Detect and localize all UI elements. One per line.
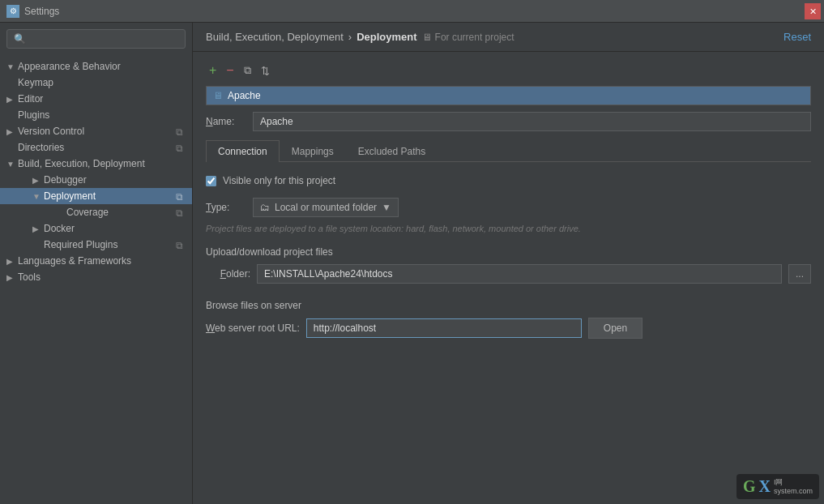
arrow-icon: ▶ [6,273,15,282]
sidebar-item-label: Coverage [66,207,109,218]
search-box[interactable]: 🔍 [6,29,186,49]
deploy-toolbar: + − ⧉ ⇅ [206,62,811,79]
sidebar-item-label: Directories [18,142,64,153]
sidebar-item-required-plugins[interactable]: Required Plugins ⧉ [0,237,192,253]
arrow-icon: ▶ [6,95,15,104]
chevron-down-icon: ▼ [382,202,391,213]
sidebar-item-label: Build, Execution, Deployment [18,158,145,169]
tab-connection[interactable]: Connection [206,140,280,162]
sidebar-item-label: Required Plugins [44,239,117,250]
sidebar-item-version-control[interactable]: ▶ Version Control ⧉ [0,123,192,139]
sidebar-item-deployment[interactable]: ▼ Deployment ⧉ [0,188,192,204]
deployment-panel: + − ⧉ ⇅ 🖥 Apache Name: Connection Mapp [193,52,824,504]
sidebar-item-coverage[interactable]: Coverage ⧉ [0,204,192,220]
project-icon: 🖥 [422,32,432,43]
type-row: Type: 🗂 Local or mounted folder ▼ [206,198,811,217]
visible-checkbox-label: Visible only for this project [223,175,335,186]
visible-checkbox-row: Visible only for this project [206,175,811,186]
copy-icon: ⧉ [176,126,186,136]
url-label: Web server root URL: [206,322,300,334]
browse-button[interactable]: ... [788,264,811,284]
server-list-item[interactable]: 🖥 Apache [207,87,810,105]
url-input[interactable] [306,318,582,338]
url-row: Web server root URL: Open [206,318,811,339]
search-input[interactable] [29,33,178,45]
server-name: Apache [228,90,261,101]
sidebar-item-label: Deployment [44,190,96,202]
server-icon: 🖥 [213,90,223,101]
name-row: Name: [206,112,811,131]
sidebar: 🔍 ▼ Appearance & Behavior Keymap ▶ Edito… [0,23,193,504]
copy-server-button[interactable]: ⧉ [241,62,254,79]
copy-icon: ⧉ [176,143,186,152]
content-area: Build, Execution, Deployment › Deploymen… [193,23,824,504]
breadcrumb-parent: Build, Execution, Deployment [206,31,344,43]
sidebar-item-label: Tools [18,271,41,283]
arrow-icon: ▼ [6,62,15,71]
reset-button[interactable]: Reset [783,31,811,43]
sidebar-item-tools[interactable]: ▶ Tools [0,269,192,285]
sidebar-item-label: Debugger [44,174,87,186]
arrow-icon: ▶ [6,127,15,136]
type-dropdown-value: Local or mounted folder [275,202,377,213]
title-text: Settings [24,6,59,17]
sidebar-item-label: Keymap [18,77,53,88]
sidebar-item-build-exec[interactable]: ▼ Build, Execution, Deployment [0,156,192,172]
upload-section-label: Upload/download project files [206,246,811,258]
tabs-bar: Connection Mappings Excluded Paths [206,139,811,162]
visible-checkbox[interactable] [206,176,216,186]
type-description: Project files are deployed to a file sys… [206,224,811,233]
sidebar-item-debugger[interactable]: ▶ Debugger [0,172,192,188]
watermark-g: G [743,477,756,496]
sidebar-item-label: Docker [44,223,75,234]
add-server-button[interactable]: + [206,62,220,79]
server-list: 🖥 Apache [206,86,811,105]
open-button[interactable]: Open [588,318,643,339]
folder-label: Folder: [206,268,250,280]
copy-icon: ⧉ [176,240,186,250]
sidebar-item-label: Plugins [18,109,49,121]
folder-row: Folder: ... [206,264,811,284]
search-icon: 🔍 [14,33,26,45]
type-label: Type: [206,202,246,213]
sidebar-item-appearance[interactable]: ▼ Appearance & Behavior [0,58,192,75]
title-bar: ⚙ Settings ✕ [0,0,824,23]
watermark: G X I网system.com [736,474,819,499]
remove-server-button[interactable]: − [223,62,237,79]
sidebar-item-label: Appearance & Behavior [18,61,121,72]
browse-section-label: Browse files on server [206,300,811,311]
copy-icon: ⧉ [176,207,186,217]
sidebar-item-plugins[interactable]: Plugins [0,107,192,123]
close-button[interactable]: ✕ [805,3,821,19]
sidebar-tree: ▼ Appearance & Behavior Keymap ▶ Editor … [0,55,192,504]
settings-icon: ⚙ [6,5,19,18]
sidebar-item-label: Languages & Frameworks [18,255,131,267]
sidebar-item-languages[interactable]: ▶ Languages & Frameworks [0,253,192,269]
breadcrumb-header: Build, Execution, Deployment › Deploymen… [193,23,824,52]
sidebar-item-label: Editor [18,93,43,105]
arrow-icon: ▶ [32,176,41,185]
tab-excluded-paths[interactable]: Excluded Paths [346,140,438,162]
arrow-icon: ▶ [6,257,15,266]
project-label: 🖥 For current project [422,32,514,43]
sidebar-item-editor[interactable]: ▶ Editor [0,91,192,107]
watermark-x: X [759,477,771,496]
move-server-button[interactable]: ⇅ [258,63,273,79]
sidebar-item-keymap[interactable]: Keymap [0,75,192,91]
type-dropdown[interactable]: 🗂 Local or mounted folder ▼ [253,198,399,217]
sidebar-item-docker[interactable]: ▶ Docker [0,220,192,237]
watermark-text: I网system.com [774,478,813,496]
breadcrumb-current: Deployment [356,31,416,43]
sidebar-item-label: Version Control [18,126,84,137]
tab-mappings[interactable]: Mappings [280,140,346,162]
tab-content-connection: Visible only for this project Type: 🗂 Lo… [206,172,811,342]
name-label: Name: [206,116,246,127]
breadcrumb-separator: › [348,31,352,43]
name-input[interactable] [253,112,811,131]
sidebar-item-directories[interactable]: Directories ⧉ [0,139,192,156]
folder-icon: 🗂 [260,202,270,213]
copy-icon: ⧉ [176,191,186,201]
arrow-icon: ▼ [32,192,41,201]
folder-input[interactable] [257,264,782,284]
arrow-icon: ▶ [32,224,41,233]
